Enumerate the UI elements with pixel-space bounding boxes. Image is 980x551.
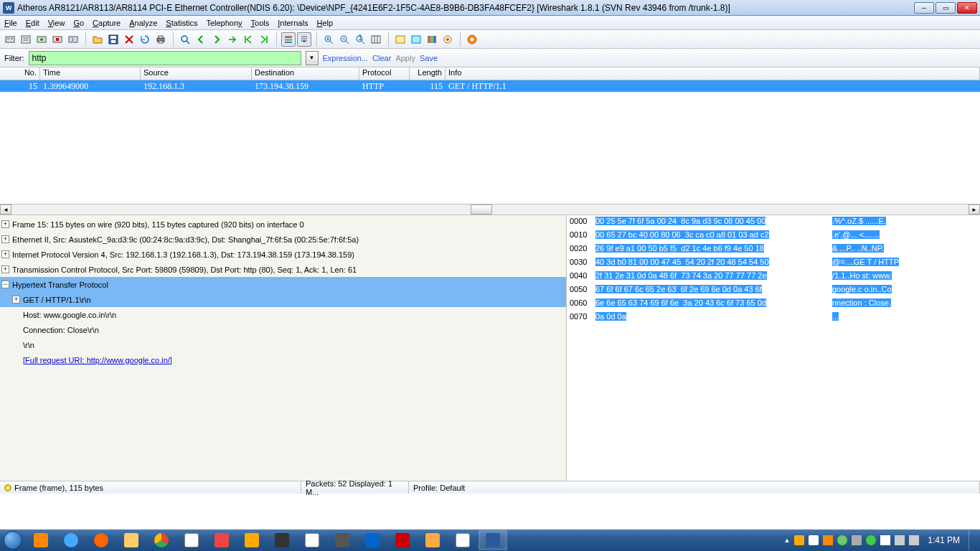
taskbar-app2[interactable]	[207, 530, 236, 550]
open-icon[interactable]	[90, 32, 105, 47]
zoom-out-icon[interactable]	[337, 32, 352, 47]
col-time[interactable]: Time	[40, 67, 141, 80]
taskbar-app4[interactable]	[268, 530, 296, 550]
expand-icon[interactable]: +	[1, 235, 9, 243]
menu-capture[interactable]: Capture	[93, 19, 121, 27]
close-button[interactable]: ✕	[957, 2, 977, 14]
hex-row[interactable]: 002026 9f e9 a1 00 50 b5 f5 d2 1c 4e b6 …	[570, 244, 977, 258]
menu-view[interactable]: View	[48, 19, 65, 27]
tray-up-icon[interactable]: ▲	[783, 537, 790, 544]
tree-tcp[interactable]: +Transmission Control Protocol, Src Port…	[0, 262, 566, 277]
interfaces-icon[interactable]	[3, 32, 17, 47]
hex-row[interactable]: 005067 6f 6f 67 6c 65 2e 63 6f 2e 69 6e …	[570, 285, 977, 298]
taskbar-ie[interactable]	[57, 530, 85, 550]
packet-list-scrollbar[interactable]: ◄ ►	[0, 204, 980, 215]
hex-row[interactable]: 000000 25 5e 7f 6f 5a 00 24 8c 9a d3 9c …	[570, 217, 977, 230]
last-packet-icon[interactable]	[257, 32, 271, 47]
tray-icon[interactable]	[794, 535, 804, 545]
tray-icon[interactable]	[809, 535, 819, 545]
expert-info-icon[interactable]	[4, 484, 11, 491]
zoom-in-icon[interactable]	[321, 32, 336, 47]
start-button[interactable]	[0, 529, 26, 551]
col-info[interactable]: Info	[446, 67, 980, 80]
resize-columns-icon[interactable]	[369, 32, 383, 47]
tree-connection[interactable]: Connection: Close\r\n	[0, 322, 566, 337]
col-protocol[interactable]: Protocol	[359, 67, 410, 80]
tray-utorrent-icon[interactable]	[866, 535, 876, 545]
menu-analyze[interactable]: Analyze	[129, 19, 157, 27]
menu-file[interactable]: File	[4, 19, 17, 27]
menu-tools[interactable]: Tools	[251, 19, 270, 27]
zoom-reset-icon[interactable]: 1	[353, 32, 367, 47]
taskbar-app8[interactable]	[388, 530, 417, 550]
close-file-icon[interactable]	[122, 32, 136, 47]
taskbar-app10[interactable]	[448, 530, 477, 550]
find-icon[interactable]	[178, 32, 192, 47]
collapse-icon[interactable]: −	[1, 281, 9, 288]
start-capture-icon[interactable]	[34, 32, 49, 47]
tree-get[interactable]: +GET / HTTP/1.1\r\n	[0, 292, 566, 307]
capture-filters-icon[interactable]	[393, 32, 407, 47]
menu-internals[interactable]: Internals	[278, 19, 308, 27]
col-length[interactable]: Length	[410, 67, 446, 80]
maximize-button[interactable]: ▭	[936, 2, 956, 14]
options-icon[interactable]	[19, 32, 33, 47]
taskbar-explorer[interactable]	[117, 530, 146, 550]
tray-volume-icon[interactable]	[909, 535, 919, 545]
tray-vlc-icon[interactable]	[823, 535, 833, 545]
menu-edit[interactable]: Edit	[26, 19, 39, 27]
display-filters-icon[interactable]	[409, 32, 423, 47]
tree-crlf[interactable]: \r\n	[0, 337, 566, 352]
scroll-thumb[interactable]	[471, 204, 492, 215]
tree-ip[interactable]: +Internet Protocol Version 4, Src: 192.1…	[0, 247, 566, 262]
col-source[interactable]: Source	[141, 67, 252, 80]
colorize-icon[interactable]	[281, 32, 296, 47]
show-desktop-button[interactable]	[969, 530, 974, 550]
filter-dropdown-button[interactable]: ▼	[306, 51, 319, 65]
apply-button[interactable]: Apply	[395, 54, 415, 62]
save-filter-button[interactable]: Save	[420, 54, 438, 62]
print-icon[interactable]	[154, 32, 168, 47]
taskbar-app3[interactable]	[237, 530, 266, 550]
hex-row[interactable]: 00700a 0d 0a...	[570, 312, 977, 326]
menu-help[interactable]: Help	[316, 19, 333, 27]
taskbar-app1[interactable]	[177, 530, 206, 550]
hex-row[interactable]: 001000 65 27 bc 40 00 80 06 3c ca c0 a8 …	[570, 230, 977, 244]
first-packet-icon[interactable]	[241, 32, 255, 47]
taskbar-vlc[interactable]	[27, 530, 55, 550]
taskbar-app5[interactable]	[298, 530, 326, 550]
tray-icon[interactable]	[837, 535, 847, 545]
goto-packet-icon[interactable]	[225, 32, 240, 47]
expand-icon[interactable]: +	[1, 265, 9, 273]
minimize-button[interactable]: ─	[914, 2, 934, 14]
scroll-right-icon[interactable]: ►	[969, 204, 980, 215]
taskbar-chrome[interactable]	[147, 530, 176, 550]
save-icon[interactable]	[106, 32, 121, 47]
restart-capture-icon[interactable]	[66, 32, 80, 47]
tree-uri[interactable]: [Full request URI: http://www.google.co.…	[0, 352, 566, 367]
autoscroll-icon[interactable]	[297, 32, 311, 47]
go-forward-icon[interactable]	[209, 32, 224, 47]
menu-statistics[interactable]: Statistics	[166, 19, 197, 27]
tree-http[interactable]: −Hypertext Transfer Protocol	[0, 277, 566, 292]
taskbar-clock[interactable]: 1:41 PM	[923, 535, 964, 545]
go-back-icon[interactable]	[194, 32, 208, 47]
col-destination[interactable]: Destination	[252, 67, 359, 80]
menu-telephony[interactable]: Telephony	[206, 19, 242, 27]
hex-row[interactable]: 003040 3d b0 81 00 00 47 45 54 20 2f 20 …	[570, 258, 977, 271]
scroll-left-icon[interactable]: ◄	[0, 204, 11, 215]
filter-input[interactable]	[29, 51, 301, 65]
taskbar-app7[interactable]	[358, 530, 387, 550]
reload-icon[interactable]	[138, 32, 152, 47]
tree-frame[interactable]: +Frame 15: 115 bytes on wire (920 bits),…	[0, 217, 566, 232]
taskbar-app9[interactable]	[418, 530, 447, 550]
clear-button[interactable]: Clear	[372, 54, 391, 62]
stop-capture-icon[interactable]	[50, 32, 65, 47]
expand-icon[interactable]: +	[1, 250, 9, 258]
hex-row[interactable]: 00402f 31 2e 31 0d 0a 48 6f 73 74 3a 20 …	[570, 271, 977, 285]
preferences-icon[interactable]	[440, 32, 455, 47]
expand-icon[interactable]: +	[1, 220, 9, 228]
tree-host[interactable]: Host: www.google.co.in\r\n	[0, 307, 566, 322]
hex-row[interactable]: 00606e 6e 65 63 74 69 6f 6e 3a 20 43 6c …	[570, 298, 977, 312]
expand-icon[interactable]: +	[12, 296, 20, 303]
